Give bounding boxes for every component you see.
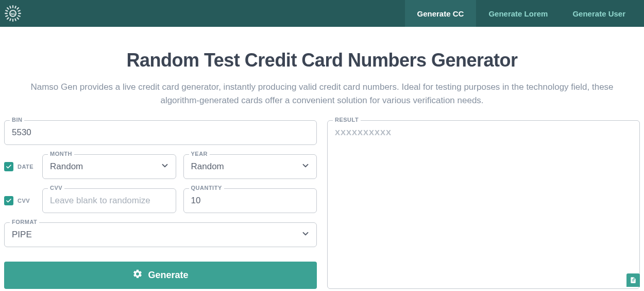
page-description: Namso Gen provides a live credit card ge… — [13, 80, 631, 108]
svg-text:NG: NG — [11, 12, 15, 15]
result-label: RESULT — [333, 117, 361, 123]
gear-icon — [132, 269, 143, 282]
svg-line-6 — [17, 18, 19, 19]
date-checkbox[interactable] — [4, 162, 13, 171]
format-label: FORMAT — [10, 219, 39, 225]
cvv-field: CVV — [42, 188, 176, 213]
cvv-input[interactable] — [43, 189, 176, 213]
svg-line-8 — [17, 8, 19, 9]
form-panel: BIN DATE MONTH Random — [4, 120, 317, 289]
svg-line-13 — [18, 10, 20, 11]
result-panel: RESULT XXXXXXXXXX — [327, 120, 640, 289]
top-nav: Generate CC Generate Lorem Generate User — [405, 0, 638, 27]
chevron-down-icon — [301, 161, 316, 172]
nav-generate-user[interactable]: Generate User — [560, 0, 638, 27]
cvv-checkbox[interactable] — [4, 196, 13, 205]
year-select[interactable]: Random — [184, 155, 301, 179]
bin-field: BIN — [4, 120, 317, 145]
month-field[interactable]: MONTH Random — [42, 154, 176, 179]
svg-line-15 — [6, 10, 7, 11]
nav-generate-lorem[interactable]: Generate Lorem — [476, 0, 560, 27]
svg-line-7 — [7, 18, 9, 19]
bin-input[interactable] — [5, 121, 316, 144]
month-select[interactable]: Random — [43, 155, 160, 179]
bin-label: BIN — [10, 117, 24, 123]
year-label: YEAR — [189, 151, 210, 157]
format-select[interactable]: PIPE — [5, 223, 301, 247]
date-toggle-label: DATE — [18, 164, 33, 170]
document-fab-icon[interactable] — [626, 273, 640, 287]
chevron-down-icon — [160, 161, 176, 172]
svg-line-12 — [15, 19, 15, 20]
generate-button-label: Generate — [148, 270, 188, 281]
app-header: NG Generate CC Generate Lorem Generate U… — [0, 0, 644, 27]
svg-line-9 — [15, 6, 15, 8]
generate-button[interactable]: Generate — [4, 262, 317, 289]
year-field[interactable]: YEAR Random — [183, 154, 317, 179]
month-label: MONTH — [48, 151, 74, 157]
logo-gear-icon: NG — [4, 5, 22, 22]
chevron-down-icon — [301, 229, 316, 240]
format-field[interactable]: FORMAT PIPE — [4, 222, 317, 247]
cvv-toggle-label: CVV — [18, 198, 30, 204]
quantity-label: QUANTITY — [189, 185, 224, 191]
cvv-label: CVV — [48, 185, 64, 191]
result-output[interactable]: XXXXXXXXXX — [335, 128, 632, 137]
svg-line-14 — [6, 15, 7, 16]
result-box: RESULT XXXXXXXXXX — [327, 120, 640, 289]
svg-line-16 — [18, 15, 20, 16]
svg-line-5 — [7, 8, 9, 9]
quantity-input[interactable] — [184, 189, 317, 213]
quantity-field: QUANTITY — [183, 188, 317, 213]
page-title: Random Test Credit Card Numbers Generato… — [4, 50, 640, 71]
svg-line-11 — [10, 6, 10, 8]
svg-line-10 — [10, 19, 10, 20]
nav-generate-cc[interactable]: Generate CC — [405, 0, 477, 27]
